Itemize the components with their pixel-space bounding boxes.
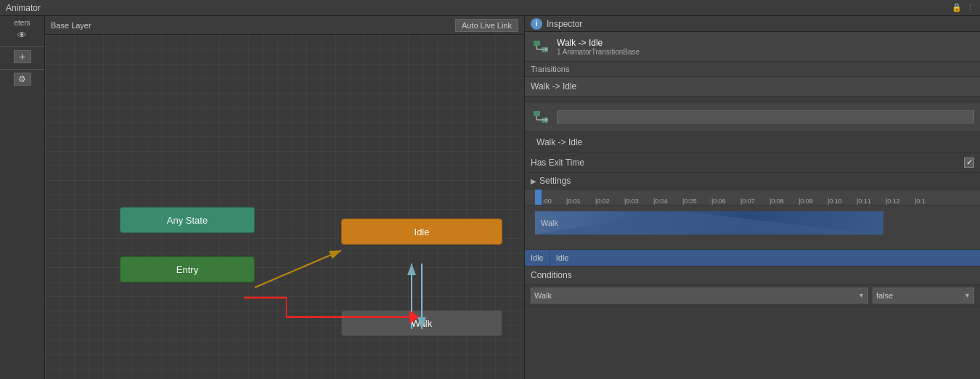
triangle-icon: ▶	[531, 177, 536, 185]
condition-name-dropdown[interactable]: Walk ▼	[531, 288, 868, 303]
title-bar: Animator 🔒 ⋮	[0, 0, 980, 16]
svg-rect-7	[534, 41, 540, 46]
sidebar-divider-2	[0, 69, 44, 70]
canvas-topbar: Base Layer Auto Live Link	[45, 16, 524, 35]
inspector-panel: i Inspector Walk -> Idle 1 Animator	[524, 16, 980, 379]
entry-node[interactable]: Entry	[120, 256, 255, 282]
animator-title: Animator	[6, 3, 41, 13]
ruler-mark-13: |0:1	[912, 197, 942, 205]
idle-clip-1: Idle	[525, 250, 550, 266]
has-exit-time-row: Has Exit Time ✓	[525, 152, 980, 173]
settings-row[interactable]: ▶ Settings	[525, 173, 980, 190]
blend-shape-svg	[535, 211, 883, 235]
transition-header: Walk -> Idle 1 AnimatorTransitionBase	[525, 32, 980, 62]
animator-area: Base Layer Auto Live Link Any State Entr…	[45, 16, 524, 379]
eye-icon[interactable]: 👁	[17, 30, 27, 41]
lock-icon[interactable]: 🔒	[952, 3, 962, 12]
main-layout: eters 👁 + ⚙ Base Layer Auto Live Link An…	[0, 16, 980, 379]
ruler-mark-11: |0:11	[854, 197, 883, 205]
transitions-section-header: Transitions	[525, 62, 980, 77]
svg-marker-17	[535, 211, 883, 235]
clip-row: Idle Idle	[525, 249, 980, 266]
base-layer-label: Base Layer	[51, 21, 91, 30]
ruler-mark-7: |0:07	[738, 197, 767, 205]
has-exit-time-label: Has Exit Time	[531, 158, 964, 168]
transition-preview-bar	[557, 110, 974, 123]
idle-node[interactable]: Idle	[341, 219, 502, 245]
dropdown-value-arrow-icon: ▼	[964, 292, 971, 299]
ruler-mark-9: |0:09	[796, 197, 825, 205]
ruler-marks-container: |0:00 |0:01 |0:02 |0:03 |0:04 |0:05 |0:0…	[535, 190, 942, 205]
transition-direction-icon-2	[531, 107, 551, 127]
transition-block-2	[525, 102, 980, 132]
has-exit-time-value: ✓	[964, 158, 974, 168]
walk-node[interactable]: Walk	[341, 310, 502, 336]
transition-direction-icon	[531, 36, 551, 57]
ruler-mark-3: |0:03	[622, 197, 651, 205]
ruler-mark-12: |0:12	[883, 197, 912, 205]
inspector-header: i Inspector	[525, 16, 980, 32]
walk-timeline-bar: Walk	[535, 211, 883, 235]
transition-main-name: Walk -> Idle	[557, 38, 640, 48]
ruler-mark-1: |0:01	[564, 197, 593, 205]
info-icon: i	[531, 18, 542, 30]
ruler-mark-6: |0:06	[709, 197, 738, 205]
condition-value-dropdown[interactable]: false ▼	[873, 288, 974, 303]
spacer	[525, 97, 980, 102]
inspector-content: Walk -> Idle 1 AnimatorTransitionBase Tr…	[525, 32, 980, 379]
auto-live-link-button[interactable]: Auto Live Link	[455, 19, 518, 32]
has-exit-time-checkbox[interactable]: ✓	[964, 158, 974, 168]
transition-name-row: Walk -> Idle	[525, 132, 980, 152]
settings-label: Settings	[539, 176, 571, 186]
inspector-title: Inspector	[547, 19, 582, 29]
condition-row: Walk ▼ false ▼	[525, 285, 980, 307]
timeline-playhead[interactable]	[535, 190, 542, 205]
svg-line-3	[255, 250, 341, 288]
ruler-mark-10: |0:10	[825, 197, 854, 205]
walk-bar-label: Walk	[541, 219, 558, 227]
transition-info: Walk -> Idle 1 AnimatorTransitionBase	[557, 38, 640, 56]
transition-list-item[interactable]: Walk -> Idle	[525, 77, 980, 97]
add-button[interactable]: +	[14, 50, 31, 63]
conditions-header: Conditions	[525, 266, 980, 285]
transition-sub-text: 1 AnimatorTransitionBase	[557, 48, 640, 56]
ruler-mark-5: |0:05	[680, 197, 709, 205]
idle-clip-2: Idle	[550, 250, 980, 266]
timeline-bars: Walk	[525, 205, 980, 249]
dropdown-arrow-icon: ▼	[858, 292, 865, 299]
gear-button[interactable]: ⚙	[14, 73, 31, 86]
ruler-mark-4: |0:04	[651, 197, 680, 205]
any-state-node[interactable]: Any State	[120, 207, 255, 233]
menu-dots-icon[interactable]: ⋮	[966, 3, 974, 12]
title-bar-left: Animator	[6, 3, 952, 13]
timeline-ruler: |0:00 |0:01 |0:02 |0:03 |0:04 |0:05 |0:0…	[525, 190, 980, 205]
parameters-label: eters	[14, 19, 30, 27]
title-bar-right: 🔒 ⋮	[952, 3, 974, 12]
conditions-section: Conditions Walk ▼ false ▼	[525, 266, 980, 307]
grid-canvas: Any State Entry Idle Walk	[45, 35, 524, 379]
sidebar-divider	[0, 46, 44, 47]
left-sidebar: eters 👁 + ⚙	[0, 16, 45, 379]
svg-rect-12	[534, 111, 540, 116]
ruler-mark-8: |0:08	[767, 197, 796, 205]
ruler-mark-2: |0:02	[593, 197, 622, 205]
